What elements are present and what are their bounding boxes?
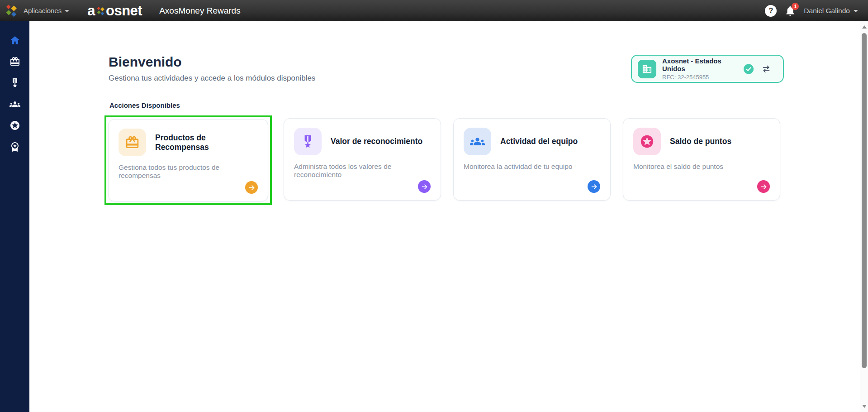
applications-menu-label: Aplicaciones [24,7,62,14]
applications-menu[interactable]: Aplicaciones [24,7,69,14]
logo-text-suffix: osnet [106,4,142,18]
card-icon-tile [119,129,146,156]
notification-badge: 1 [792,3,799,10]
card-open-button[interactable] [757,180,770,193]
top-navbar: Aplicaciones a osnet AxosMoney Rewards ? [0,0,868,21]
sidebar-item-recognition[interactable] [0,72,29,93]
card-description: Gestiona todos tus productos de recompen… [119,163,258,180]
action-card-productos-de-recompensas[interactable]: Productos de Recompensas Gestiona todos … [108,119,268,201]
sidebar-item-points[interactable] [0,115,29,136]
sidebar-item-rewards[interactable] [0,51,29,72]
medal-icon [9,77,20,88]
sidebar-item-home[interactable] [0,29,29,51]
card-header: Saldo de puntos [633,128,770,155]
gift-icon [125,135,140,150]
card-description: Monitorea el saldo de puntos [633,163,770,171]
company-rfc: RFC: 32-2545955 [662,74,743,81]
topbar-right-group: ? 1 Daniel Galindo [765,5,858,17]
sidebar-item-achievements[interactable] [0,136,29,157]
team-icon [9,99,20,110]
card-open-button[interactable] [588,180,600,193]
card-open-button[interactable] [418,180,431,193]
company-text: Axosnet - Estados Unidos RFC: 32-2545955 [662,57,743,81]
app-root: Aplicaciones a osnet AxosMoney Rewards ? [0,0,868,412]
axosnet-pinwheel-logo-icon [96,6,105,16]
app-title: AxosMoney Rewards [159,6,241,16]
action-card-saldo-de-puntos[interactable]: Saldo de puntos Monitorea el saldo de pu… [623,118,780,201]
logo-text-prefix: a [87,4,95,18]
card-header: Valor de reconocimiento [294,128,431,155]
notifications-button[interactable]: 1 [784,5,796,17]
card-description: Administra todos los valores de reconoci… [294,163,431,179]
award-badge-icon [9,141,20,152]
card-description: Monitorea la actividad de tu equipo [464,163,600,171]
chevron-down-icon [65,10,69,12]
company-icon-tile [638,60,656,78]
card-title: Valor de reconocimiento [331,137,422,146]
card-title: Saldo de puntos [670,137,731,146]
sidebar-item-team[interactable] [0,93,29,115]
scrollbar-thumb[interactable] [862,33,867,368]
axosnet-pinwheel-logo-icon [5,4,18,18]
gift-icon [9,56,20,67]
card-header: Actividad del equipo [464,128,600,155]
user-menu[interactable]: Daniel Galindo [804,7,858,15]
arrow-right-icon [248,184,255,191]
action-card-actividad-del-equipo[interactable]: Actividad del equipo Monitorea la activi… [453,118,611,201]
page-subtitle: Gestiona tus actividades y accede a los … [109,74,315,83]
arrow-right-icon [591,183,598,190]
switch-company-icon[interactable] [761,64,771,74]
card-title: Actividad del equipo [500,137,578,146]
axosnet-logo: a osnet [87,4,142,18]
action-card-valor-de-reconocimiento[interactable]: Valor de reconocimiento Administra todos… [284,118,441,201]
scroll-up-arrow[interactable] [862,25,867,29]
section-title: Acciones Disponibles [109,101,180,109]
building-icon [642,64,652,74]
chevron-down-icon [854,10,858,12]
team-icon [470,134,485,149]
star-circle-icon [640,134,655,149]
help-icon: ? [768,7,773,15]
check-circle-icon [743,63,754,75]
card-icon-tile [633,128,661,155]
highlight-annotation-border: Productos de Recompensas Gestiona todos … [104,115,272,205]
card-title: Productos de Recompensas [155,133,258,152]
vertical-scrollbar[interactable] [860,21,868,412]
user-name: Daniel Galindo [804,7,850,15]
medal-icon [300,134,315,149]
page-title: Bienvenido [109,54,182,70]
company-card[interactable]: Axosnet - Estados Unidos RFC: 32-2545955 [631,55,784,83]
card-header: Productos de Recompensas [119,129,258,156]
card-icon-tile [464,128,491,155]
help-button[interactable]: ? [765,5,777,17]
left-sidebar [0,21,29,412]
home-icon [9,35,20,46]
arrow-right-icon [760,183,767,190]
scroll-down-arrow[interactable] [862,405,867,408]
company-name: Axosnet - Estados Unidos [662,57,743,72]
star-circle-icon [9,120,20,131]
card-open-button[interactable] [245,181,258,194]
card-icon-tile [294,128,322,155]
arrow-right-icon [421,183,428,190]
